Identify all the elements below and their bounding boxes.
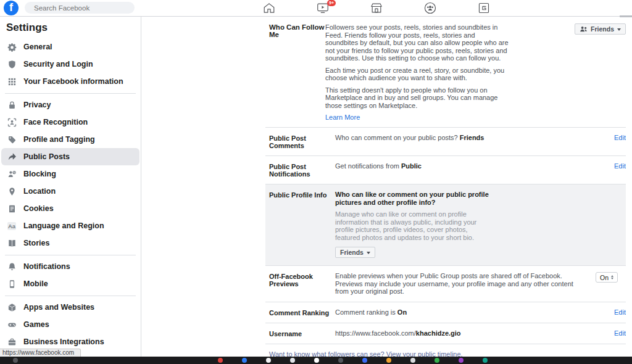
sidebar-item-label: Location — [23, 187, 56, 196]
cube-icon — [7, 302, 17, 312]
sidebar-item-language-and-region[interactable]: Aa Language and Region — [1, 217, 139, 234]
sidebar-item-security-and-login[interactable]: Security and Login — [1, 56, 139, 73]
sidebar-item-blocking[interactable]: Blocking — [1, 165, 139, 183]
sidebar-item-stories[interactable]: Stories — [1, 234, 139, 252]
gear-icon — [7, 42, 17, 52]
username-url-prefix: https://www.facebook.com/ — [335, 329, 416, 337]
sidebar-item-games[interactable]: Games — [1, 316, 139, 333]
sidebar-item-profile-and-tagging[interactable]: Profile and Tagging — [1, 131, 139, 148]
profile-info-description: Manage who can like or comment on profil… — [335, 210, 494, 241]
username-row: Username https://www.facebook.com/khachi… — [265, 323, 626, 344]
watch-badge: 9+ — [327, 0, 336, 6]
horizontal-scrollbar-thumb[interactable] — [620, 15, 632, 17]
taskbar-app-icon[interactable] — [13, 358, 18, 363]
taskbar-app-icon[interactable] — [338, 358, 343, 363]
sidebar-divider — [5, 255, 136, 255]
row-label: Public Post Notifications — [269, 162, 335, 178]
sidebar-item-label: Mobile — [23, 279, 48, 288]
edit-link[interactable]: Edit — [614, 162, 626, 170]
blocked-user-icon — [7, 169, 17, 179]
who-can-follow-me-section: Who Can Follow Me Followers see your pos… — [265, 17, 626, 127]
row-description-text: Comment ranking is — [335, 308, 396, 316]
gaming-nav-button[interactable] — [477, 1, 491, 15]
groups-nav-button[interactable] — [423, 1, 437, 15]
taskbar-app-icon[interactable] — [410, 358, 415, 363]
settings-sidebar: Settings General Security and Login Your… — [0, 17, 141, 357]
row-description-value: On — [397, 308, 407, 316]
taskbar-app-icon[interactable] — [218, 358, 223, 363]
taskbar-app-icon[interactable] — [483, 358, 488, 363]
taskbar-app-icon[interactable] — [314, 358, 319, 363]
sidebar-divider — [5, 93, 136, 94]
sidebar-item-label: Security and Login — [23, 60, 93, 68]
taskbar-app-icon[interactable] — [362, 358, 367, 363]
marketplace-nav-button[interactable] — [370, 1, 383, 15]
book-icon — [7, 238, 17, 248]
document-icon — [7, 204, 17, 213]
search-input[interactable] — [34, 4, 129, 12]
gamepad-icon — [7, 320, 17, 329]
row-label: Public Post Comments — [269, 134, 335, 149]
audience-button-label: Friends — [340, 249, 364, 257]
taskbar-app-icon[interactable] — [434, 358, 439, 363]
sidebar-item-apps-and-websites[interactable]: Apps and Websites — [1, 299, 139, 316]
sidebar-item-label: Stories — [23, 239, 49, 247]
home-icon — [262, 1, 276, 15]
sidebar-item-face-recognition[interactable]: Face Recognition — [1, 114, 139, 131]
sidebar-item-label: Cookies — [23, 204, 54, 213]
learn-more-link[interactable]: Learn More — [325, 114, 360, 121]
note-text: Want to know what followers can see? — [269, 350, 385, 357]
edit-link[interactable]: Edit — [614, 329, 626, 337]
profile-info-question: Who can like or comment on your public p… — [335, 191, 489, 206]
view-public-timeline-link[interactable]: View your public timeline. — [386, 350, 463, 357]
follow-paragraph-2: Each time you post or create a reel, sto… — [325, 67, 509, 82]
row-description: Comment ranking isOn — [335, 308, 614, 316]
taskbar-app-icon[interactable] — [242, 358, 247, 363]
section-description: Followers see your posts, reels, stories… — [325, 23, 575, 121]
sidebar-item-notifications[interactable]: Notifications — [1, 258, 139, 275]
off-facebook-previews-select[interactable]: On — [596, 272, 618, 283]
public-profile-info-row: Public Profile Info Who can like or comm… — [265, 184, 626, 265]
sidebar-item-label: Your Facebook information — [23, 77, 123, 86]
follow-audience-button[interactable]: Friends — [575, 23, 626, 35]
audience-button-label: Friends — [591, 25, 614, 33]
home-nav-button[interactable] — [262, 1, 276, 15]
sidebar-item-label: Apps and Websites — [23, 303, 94, 312]
language-icon: Aa — [7, 221, 17, 231]
select-value: On — [600, 274, 609, 281]
sidebar-item-cookies[interactable]: Cookies — [1, 200, 139, 217]
taskbar-app-icon[interactable] — [290, 358, 295, 363]
taskbar-app-icon[interactable] — [386, 358, 391, 363]
taskbar-app-icon[interactable] — [266, 358, 271, 363]
sidebar-item-your-facebook-information[interactable]: Your Facebook information — [1, 73, 139, 90]
sidebar-item-mobile[interactable]: Mobile — [1, 275, 139, 292]
edit-link[interactable]: Edit — [614, 134, 626, 141]
chevron-down-icon — [617, 28, 621, 33]
sidebar-item-label: Notifications — [23, 262, 70, 271]
sidebar-item-label: Face Recognition — [23, 118, 88, 126]
sidebar-item-label: General — [23, 43, 52, 51]
row-description: Who can like or comment on your public p… — [335, 191, 622, 258]
follow-paragraph-1: Followers see your posts, reels, stories… — [325, 23, 509, 62]
tag-icon — [7, 134, 17, 144]
public-post-notifications-row: Public Post Notifications Get notificati… — [265, 155, 626, 184]
lock-icon — [7, 100, 17, 110]
watch-nav-button[interactable]: 9+ — [316, 1, 330, 15]
taskbar-app-icon[interactable] — [459, 358, 464, 363]
sidebar-item-business-integrations[interactable]: Business Integrations — [1, 333, 139, 350]
row-description: Get notifications fromPublic — [335, 162, 614, 170]
facebook-logo[interactable]: f — [4, 1, 19, 15]
profile-info-audience-button[interactable]: Friends — [335, 247, 375, 258]
sidebar-item-general[interactable]: General — [1, 38, 139, 56]
page-title: Settings — [6, 22, 135, 34]
sidebar-item-location[interactable]: Location — [1, 183, 139, 200]
section-label: Who Can Follow Me — [269, 23, 325, 121]
sidebar-item-privacy[interactable]: Privacy — [1, 96, 139, 114]
edit-link[interactable]: Edit — [614, 308, 626, 316]
sidebar-item-public-posts[interactable]: Public Posts — [1, 148, 139, 165]
sidebar-item-label: Public Posts — [23, 152, 70, 161]
search-box[interactable] — [25, 2, 135, 14]
friends-icon — [580, 26, 588, 33]
row-description: Enable previews when your Public Group p… — [335, 272, 596, 296]
phone-icon — [7, 279, 17, 289]
